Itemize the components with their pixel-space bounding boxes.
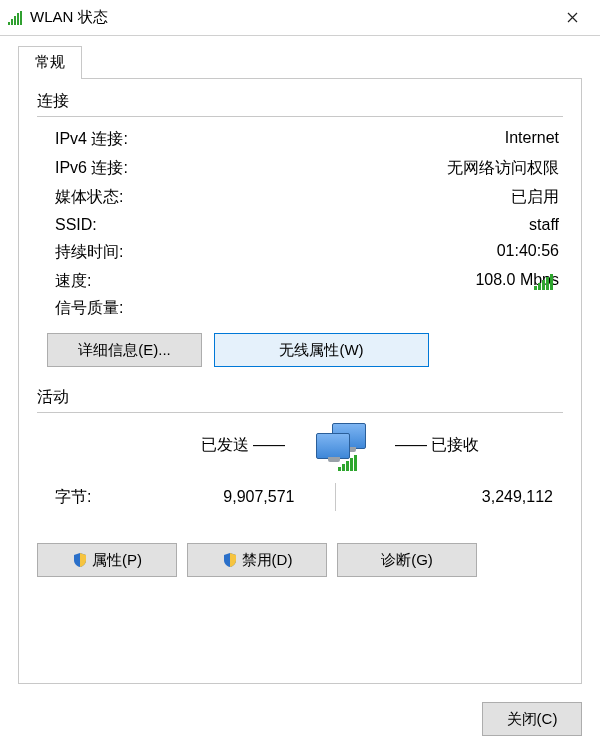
ipv4-label: IPv4 连接:: [55, 129, 128, 150]
ipv6-value: 无网络访问权限: [447, 158, 559, 179]
wifi-icon: [8, 11, 24, 25]
tabs: 常规: [18, 46, 582, 78]
connection-group: 连接 IPv4 连接: Internet IPv6 连接: 无网络访问权限 媒体…: [37, 91, 563, 367]
connection-buttons: 详细信息(E)... 无线属性(W): [47, 333, 563, 367]
row-media: 媒体状态: 已启用: [55, 183, 563, 212]
properties-label: 属性(P): [92, 551, 142, 570]
details-button[interactable]: 详细信息(E)...: [47, 333, 202, 367]
bytes-sent-value: 9,907,571: [117, 488, 335, 506]
duration-value: 01:40:56: [497, 242, 559, 263]
shield-icon: [72, 552, 88, 568]
diagnose-button[interactable]: 诊断(G): [337, 543, 477, 577]
tab-general[interactable]: 常规: [18, 46, 82, 79]
activity-header: 活动: [37, 387, 563, 408]
activity-monitors-icon: [295, 421, 385, 469]
close-icon[interactable]: [552, 3, 592, 33]
row-ipv4: IPv4 连接: Internet: [55, 125, 563, 154]
disable-label: 禁用(D): [242, 551, 293, 570]
dialog-footer: 关闭(C): [0, 692, 600, 748]
activity-group: 活动 已发送 —— —— 已接收: [37, 387, 563, 511]
bytes-label: 字节:: [37, 487, 117, 508]
shield-icon: [222, 552, 238, 568]
sent-label: 已发送 ——: [117, 431, 295, 460]
row-duration: 持续时间: 01:40:56: [55, 238, 563, 267]
media-label: 媒体状态:: [55, 187, 123, 208]
row-ssid: SSID: staff: [55, 212, 563, 238]
duration-label: 持续时间:: [55, 242, 123, 263]
bytes-received-value: 3,249,112: [336, 488, 564, 506]
activity-labels: 已发送 —— —— 已接收: [37, 421, 563, 469]
row-speed: 速度: 108.0 Mbps: [55, 267, 563, 296]
row-ipv6: IPv6 连接: 无网络访问权限: [55, 154, 563, 183]
close-button[interactable]: 关闭(C): [482, 702, 582, 736]
signal-label: 信号质量:: [55, 298, 123, 319]
received-label: —— 已接收: [385, 431, 563, 460]
titlebar: WLAN 状态: [0, 0, 600, 36]
wireless-properties-button[interactable]: 无线属性(W): [214, 333, 429, 367]
bottom-buttons: 属性(P) 禁用(D) 诊断(G): [37, 543, 563, 577]
row-signal: 信号质量:: [55, 296, 563, 321]
content-area: 常规 连接 IPv4 连接: Internet IPv6 连接: 无网络访问权限…: [0, 36, 600, 692]
media-value: 已启用: [511, 187, 559, 208]
ssid-value: staff: [529, 216, 559, 234]
ipv4-value: Internet: [505, 129, 559, 150]
activity-bytes-row: 字节: 9,907,571 3,249,112: [37, 483, 563, 511]
ipv6-label: IPv6 连接:: [55, 158, 128, 179]
ssid-label: SSID:: [55, 216, 97, 234]
signal-strength-icon: [534, 274, 553, 290]
connection-header: 连接: [37, 91, 563, 112]
disable-button[interactable]: 禁用(D): [187, 543, 327, 577]
connection-body: IPv4 连接: Internet IPv6 连接: 无网络访问权限 媒体状态:…: [37, 116, 563, 321]
window-title: WLAN 状态: [30, 8, 552, 27]
tab-panel: 连接 IPv4 连接: Internet IPv6 连接: 无网络访问权限 媒体…: [18, 78, 582, 684]
speed-label: 速度:: [55, 271, 91, 292]
wlan-status-dialog: WLAN 状态 常规 连接 IPv4 连接: Internet IPv6 连接:: [0, 0, 600, 748]
properties-button[interactable]: 属性(P): [37, 543, 177, 577]
